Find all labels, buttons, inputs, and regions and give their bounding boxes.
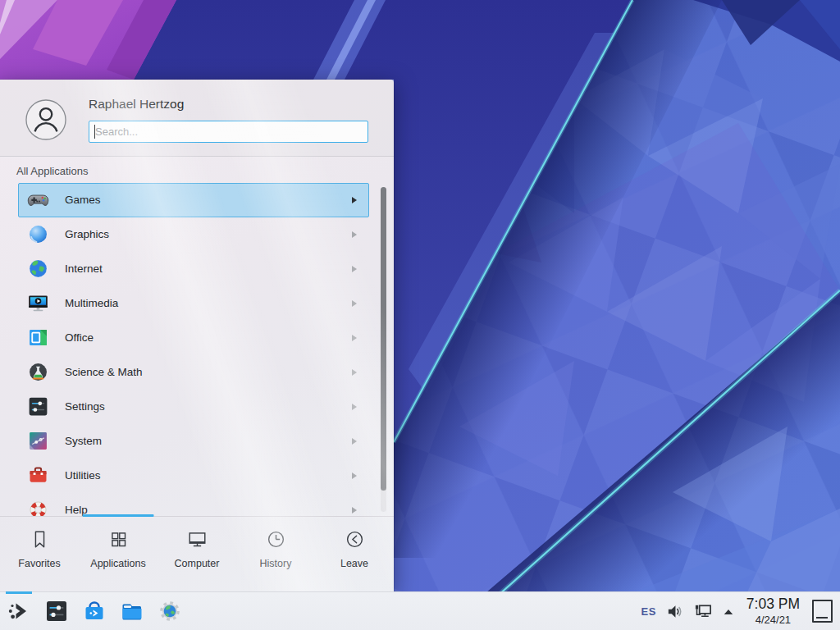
submenu-arrow-icon [352, 335, 357, 341]
taskbar-app-button[interactable] [119, 598, 145, 624]
category-icon [26, 326, 50, 349]
submenu-arrow-icon [352, 404, 357, 410]
submenu-arrow-icon [352, 197, 357, 203]
tab-icon [344, 528, 366, 550]
launcher-tab[interactable]: Leave [315, 517, 394, 591]
taskbar-app-icon [119, 598, 145, 624]
taskbar-app-button[interactable] [6, 598, 32, 624]
taskbar-app-icon [157, 598, 183, 624]
tab-label: Applications [90, 558, 145, 569]
expand-tray-caret-icon[interactable] [723, 608, 734, 615]
launcher-tab[interactable]: Computer [158, 517, 236, 591]
category-icon [26, 291, 50, 315]
search-input[interactable] [89, 121, 368, 143]
tab-icon [29, 528, 51, 550]
clock-widget[interactable]: 7:03 PM 4/24/21 [746, 597, 800, 625]
submenu-arrow-icon [352, 438, 357, 445]
category-icon [26, 360, 50, 384]
launcher-tab[interactable]: Applications [79, 517, 158, 591]
submenu-arrow-icon [352, 507, 357, 514]
category-row[interactable]: Graphics [18, 217, 369, 252]
volume-icon[interactable] [666, 603, 683, 620]
category-icon [26, 498, 50, 516]
taskbar-panel: ES 7:03 PM 4/24/21 [0, 591, 840, 630]
launcher-header: Raphael Hertzog [0, 80, 394, 157]
submenu-arrow-icon [352, 231, 357, 238]
taskbar-app-icon [6, 598, 32, 624]
tab-icon [186, 528, 208, 550]
category-row[interactable]: Games [18, 183, 369, 217]
user-avatar-icon[interactable] [25, 99, 66, 140]
category-label: Multimedia [65, 297, 118, 309]
show-desktop-button[interactable] [812, 600, 833, 623]
category-icon [26, 429, 50, 453]
clock-date: 4/24/21 [746, 614, 800, 625]
category-label: Office [65, 331, 94, 344]
launcher-tab[interactable]: History [236, 517, 315, 591]
user-name: Raphael Hertzog [89, 97, 184, 112]
scrollbar-handle[interactable] [381, 187, 386, 491]
task-manager [6, 598, 183, 624]
category-row[interactable]: Office [18, 321, 369, 355]
category-icon [26, 257, 50, 281]
taskbar-app-icon [81, 598, 107, 624]
section-label: All Applications [0, 157, 394, 183]
category-row[interactable]: Settings [18, 390, 369, 424]
tab-label: Leave [340, 558, 368, 569]
category-row[interactable]: Help [18, 493, 369, 517]
category-label: Settings [65, 400, 105, 413]
category-row[interactable]: Multimedia [18, 286, 369, 321]
clock-time: 7:03 PM [746, 597, 800, 612]
tab-label: Computer [175, 558, 220, 569]
tab-label: Favorites [18, 558, 60, 569]
category-row[interactable]: System [18, 424, 369, 459]
tab-icon [107, 528, 130, 550]
category-row[interactable]: Utilities [18, 459, 369, 493]
submenu-arrow-icon [352, 266, 357, 272]
system-tray: ES 7:03 PM 4/24/21 [641, 597, 840, 625]
submenu-arrow-icon [352, 300, 357, 307]
application-launcher-popup: Raphael Hertzog All Applications Games G… [0, 80, 394, 591]
submenu-arrow-icon [352, 472, 357, 479]
category-label: System [65, 435, 102, 447]
category-list: Games Graphics Internet Multimedia [0, 183, 394, 517]
network-icon[interactable] [693, 603, 713, 620]
taskbar-app-button[interactable] [157, 598, 183, 624]
keyboard-layout-indicator[interactable]: ES [641, 605, 655, 618]
search-field-wrap [89, 121, 368, 143]
category-row[interactable]: Internet [18, 252, 369, 286]
submenu-arrow-icon [352, 369, 357, 376]
category-icon [26, 188, 50, 212]
tab-icon [265, 528, 287, 550]
launcher-tabbar: Favorites Applications Computer History … [0, 516, 394, 591]
taskbar-app-button[interactable] [81, 598, 107, 624]
category-icon [26, 395, 50, 418]
category-label: Graphics [65, 228, 109, 240]
category-icon [26, 463, 50, 487]
taskbar-app-icon [43, 598, 70, 624]
taskbar-app-button[interactable] [43, 598, 70, 624]
category-row[interactable]: Science & Math [18, 355, 369, 390]
tab-label: History [260, 558, 292, 569]
category-label: Internet [65, 262, 103, 275]
category-label: Science & Math [65, 366, 143, 378]
category-label: Games [65, 194, 101, 206]
category-icon [26, 222, 50, 246]
category-label: Utilities [65, 469, 101, 482]
text-cursor [94, 125, 95, 139]
launcher-tab[interactable]: Favorites [0, 517, 79, 591]
